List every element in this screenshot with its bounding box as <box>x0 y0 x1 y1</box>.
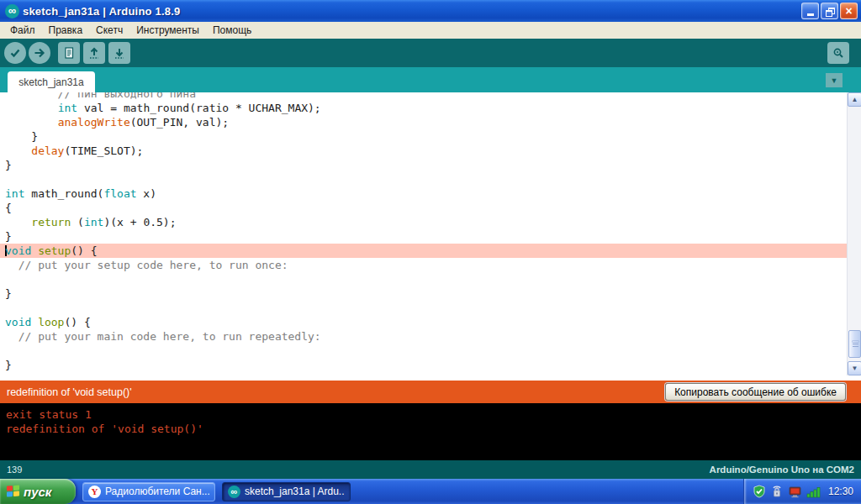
taskbar-item-browser[interactable]: Y Радиолюбители Сан... <box>82 482 215 501</box>
code-token <box>31 244 38 257</box>
code-token: int <box>58 102 77 114</box>
code-token: ( <box>71 216 84 228</box>
code-line: } <box>0 286 847 301</box>
error-message: redefinition of 'void setup()' <box>7 386 132 398</box>
editor-scrollbar[interactable]: ▲ ▼ <box>847 92 861 375</box>
copy-error-button[interactable]: Копировать сообщение об ошибке <box>665 383 846 401</box>
code-token: (TIME_SLOT); <box>64 144 143 157</box>
taskbar: пуск Y Радиолюбители Сан... ∞ sketch_jan… <box>0 479 861 504</box>
taskbar-item-arduino[interactable]: ∞ sketch_jan31a | Ardu... <box>222 482 351 501</box>
scroll-down-icon: ▼ <box>852 365 858 372</box>
code-line: // put your setup code here, to run once… <box>0 258 847 272</box>
code-line: return (int)(x + 0.5); <box>0 215 847 229</box>
minimize-button[interactable] <box>801 3 819 19</box>
code-line <box>0 301 847 315</box>
upload-button[interactable] <box>29 42 50 64</box>
verify-button[interactable] <box>4 42 26 64</box>
chevron-down-icon: ▼ <box>831 76 838 85</box>
menu-edit[interactable]: Правка <box>42 23 90 38</box>
menu-file[interactable]: Файл <box>3 23 42 38</box>
code-token: } <box>5 130 38 143</box>
arduino-icon: ∞ <box>228 486 240 498</box>
tab-sketch[interactable]: sketch_jan31a <box>8 71 95 92</box>
console-output: exit status 1 redefinition of 'void setu… <box>0 403 861 460</box>
open-sketch-button[interactable] <box>83 42 105 64</box>
system-tray: 12:30 <box>743 479 861 504</box>
toolbar <box>0 39 861 67</box>
board-port-indicator: Arduino/Genuino Uno на COM2 <box>710 465 854 475</box>
status-bar: 139 Arduino/Genuino Uno на COM2 <box>0 460 861 479</box>
console-line: exit status 1 <box>6 407 855 422</box>
code-line: void setup() { <box>0 244 847 258</box>
yandex-icon: Y <box>88 486 101 498</box>
check-icon <box>8 46 22 60</box>
scrollbar-thumb[interactable] <box>848 330 861 358</box>
arduino-logo-icon: ∞ <box>5 4 19 18</box>
code-token: delay <box>31 144 64 157</box>
scroll-up-button[interactable]: ▲ <box>848 92 861 107</box>
code-token: void <box>5 244 31 257</box>
menu-tools[interactable]: Инструменты <box>129 23 206 38</box>
tab-list-button[interactable]: ▼ <box>826 73 843 87</box>
scroll-down-button[interactable]: ▼ <box>848 361 861 375</box>
document-icon <box>62 46 76 60</box>
code-token: val = math_round(ratio * UCHAR_MAX); <box>77 102 321 114</box>
close-button[interactable]: × <box>840 3 858 19</box>
minimize-icon <box>807 13 814 16</box>
console-line: redefinition of 'void setup()' <box>6 422 855 436</box>
restore-button[interactable] <box>821 3 838 19</box>
usb-lock-icon[interactable] <box>770 485 784 498</box>
code-line: // put your main code here, to run repea… <box>0 329 847 344</box>
code-line: int val = math_round(ratio * UCHAR_MAX); <box>0 101 847 115</box>
code-line: { <box>0 201 847 215</box>
new-sketch-button[interactable] <box>58 42 80 64</box>
window-controls: × <box>801 3 858 19</box>
menu-help[interactable]: Помощь <box>206 23 258 38</box>
code-line: void loop() { <box>0 315 847 329</box>
code-token: analogWrite <box>58 116 130 129</box>
save-sketch-button[interactable] <box>108 42 130 64</box>
code-token: )(x + 0.5); <box>103 216 176 228</box>
taskbar-item-label: sketch_jan31a | Ardu... <box>245 486 345 497</box>
code-line <box>0 172 847 186</box>
code-token: } <box>5 359 12 371</box>
code-area: // пин выходного пина int val = math_rou… <box>0 92 847 372</box>
start-label: пуск <box>24 485 51 499</box>
scroll-up-icon: ▲ <box>852 97 858 103</box>
network-monitor-icon[interactable] <box>788 485 802 498</box>
windows-flag-icon <box>7 485 20 498</box>
code-token: math_round( <box>24 187 103 200</box>
code-line: analogWrite(OUT_PIN, val); <box>0 115 847 129</box>
line-number-indicator: 139 <box>7 465 22 475</box>
code-line: delay(TIME_SLOT); <box>0 144 847 158</box>
code-token <box>5 216 31 228</box>
code-token: () { <box>71 244 97 257</box>
restore-icon <box>826 8 834 15</box>
start-button[interactable]: пуск <box>0 479 76 504</box>
code-token: x) <box>137 187 156 200</box>
code-line <box>0 272 847 286</box>
code-line: } <box>0 358 847 372</box>
serial-monitor-button[interactable] <box>827 42 849 64</box>
code-token: { <box>5 202 12 214</box>
signal-strength-icon[interactable] <box>806 485 821 498</box>
code-line: // пин выходного пина <box>0 92 847 101</box>
code-editor[interactable]: // пин выходного пина int val = math_rou… <box>0 92 861 381</box>
code-line <box>0 344 847 358</box>
code-token <box>5 102 58 114</box>
code-token: } <box>5 287 12 300</box>
code-line: } <box>0 229 847 244</box>
code-token: return <box>31 216 71 228</box>
magnifier-icon <box>832 46 845 60</box>
code-token: float <box>103 187 136 200</box>
menu-bar: Файл Правка Скетч Инструменты Помощь <box>0 22 861 39</box>
code-token: void <box>5 316 31 328</box>
title-bar: ∞ sketch_jan31a | Arduino 1.8.9 × <box>0 0 861 22</box>
window-title: sketch_jan31a | Arduino 1.8.9 <box>23 5 180 18</box>
arrow-up-icon <box>87 46 101 60</box>
tab-bar: sketch_jan31a ▼ <box>0 67 861 92</box>
close-icon: × <box>845 5 852 17</box>
security-shield-icon[interactable] <box>753 485 766 498</box>
menu-sketch[interactable]: Скетч <box>89 23 129 38</box>
arduino-ide-window: ∞ sketch_jan31a | Arduino 1.8.9 × Файл П… <box>0 0 861 504</box>
